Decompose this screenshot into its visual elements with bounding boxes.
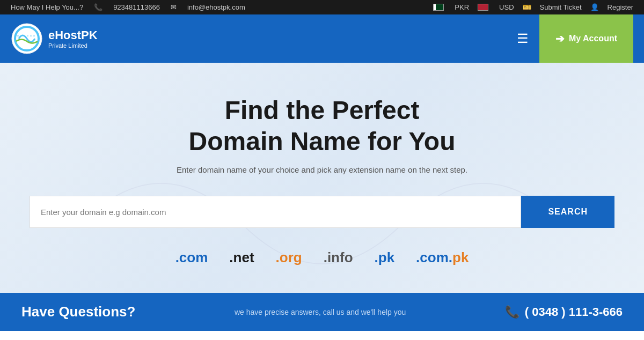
logo-text: eHostPK Private Limited [48,28,98,49]
user-icon: 👤 [590,3,599,11]
email-address: info@ehostpk.com [187,3,245,11]
footer-phone: 📞 ( 0348 ) 111-3-666 [505,305,623,319]
hero-headline: Find the Perfect Domain Name for You [11,95,633,157]
hero-headline-line1: Find the Perfect [225,96,420,124]
tld-compk: .com.pk [416,249,469,266]
footer-phone-number: ( 0348 ) 111-3-666 [525,305,623,319]
hero-section: Find the Perfect Domain Name for You Ent… [0,63,644,293]
tld-list: .com .net .org .info .pk .com.pk [11,249,633,266]
footer-question: Have Questions? [21,304,135,320]
flag-pk-icon [433,4,444,11]
phone-number: 923481113666 [113,3,160,11]
submit-ticket-link[interactable]: Submit Ticket [540,3,582,11]
top-bar-right: PKR USD 🎫 Submit Ticket 👤 Register [433,3,633,11]
search-button[interactable]: SEARCH [521,196,614,228]
brand-name: eHostPK [48,28,98,42]
tld-info: .info [324,249,353,266]
hamburger-button[interactable]: ☰ [506,26,539,51]
currency-pkr[interactable]: PKR [455,3,469,11]
register-link[interactable]: Register [608,3,633,11]
phone-icon: 📞 [94,3,103,11]
email-icon: ✉ [171,3,177,11]
search-bar: SEARCH [30,196,614,228]
tld-compk-pk: pk [452,249,469,265]
my-account-label: My Account [569,34,617,43]
footer-message: we have precise answers, call us and we'… [235,308,406,316]
tld-compk-dot: . [449,249,452,265]
flag-us-icon [478,4,488,11]
tld-compk-com: .com [416,249,449,265]
main-header: eHostPK Private Limited ☰ ➔ My Account [0,14,644,63]
hero-headline-line2: Domain Name for You [189,127,456,156]
tld-net: .net [229,249,254,266]
logo-icon [11,23,43,55]
footer-band: Have Questions? we have precise answers,… [0,293,644,331]
nav-right: ☰ ➔ My Account [506,14,633,63]
brand-tagline: Private Limited [48,42,98,49]
phone-icon-footer: 📞 [505,305,519,319]
login-arrow-icon: ➔ [555,32,565,45]
currency-usd[interactable]: USD [499,3,514,11]
logo-area[interactable]: eHostPK Private Limited [11,23,98,55]
tld-pk: .pk [375,249,395,266]
domain-search-input[interactable] [30,196,521,228]
help-text: How May I Help You...? [11,3,83,11]
tld-com: .com [175,249,208,266]
hero-subtext: Enter domain name of your choice and pic… [11,165,633,174]
top-bar-left: How May I Help You...? 📞 923481113666 ✉ … [11,3,245,11]
ticket-icon: 🎫 [523,3,531,11]
my-account-button[interactable]: ➔ My Account [539,14,633,63]
tld-org: .org [276,249,302,266]
top-bar: How May I Help You...? 📞 923481113666 ✉ … [0,0,644,14]
